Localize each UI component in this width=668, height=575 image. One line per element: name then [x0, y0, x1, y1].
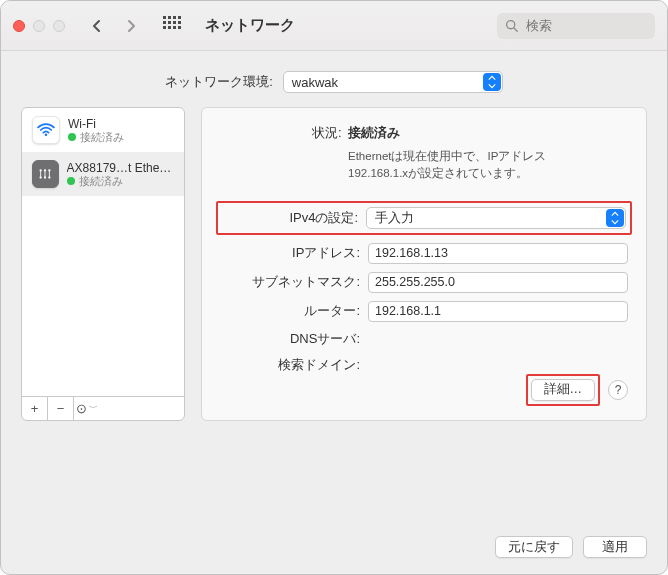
subnet-mask-label: サブネットマスク: — [220, 273, 360, 291]
router-input[interactable]: 192.168.1.1 — [368, 301, 628, 322]
router-row: ルーター: 192.168.1.1 — [220, 301, 628, 322]
window-footer: 元に戻す 適用 — [1, 524, 667, 574]
close-window-button[interactable] — [13, 20, 25, 32]
svg-point-4 — [44, 169, 46, 171]
wifi-icon — [32, 116, 60, 144]
titlebar: ネットワーク — [1, 1, 667, 51]
search-icon — [505, 19, 518, 32]
ipv4-config-value: 手入力 — [375, 209, 414, 227]
search-input[interactable] — [524, 17, 668, 34]
services-sidebar: Wi-Fi 接続済み — [21, 107, 185, 421]
dns-row: DNSサーバ: — [220, 330, 628, 348]
ip-address-row: IPアドレス: 192.168.1.13 — [220, 243, 628, 264]
window-controls — [13, 20, 65, 32]
add-service-button[interactable]: + — [22, 397, 48, 420]
dns-label: DNSサーバ: — [220, 330, 360, 348]
subnet-mask-row: サブネットマスク: 255.255.255.0 — [220, 272, 628, 293]
chevron-down-icon: ﹀ — [89, 402, 98, 415]
more-services-button[interactable]: ⊙﹀ — [74, 397, 100, 420]
network-location-value: wakwak — [292, 75, 338, 90]
status-label: 状況: — [312, 124, 342, 142]
status-dot-icon — [67, 177, 75, 185]
service-status: 接続済み — [67, 175, 174, 188]
svg-line-1 — [514, 28, 517, 31]
ipv4-config-label: IPv4の設定: — [222, 209, 358, 227]
select-stepper-icon — [483, 73, 501, 91]
service-item-wifi[interactable]: Wi-Fi 接続済み — [22, 108, 184, 152]
main-area: Wi-Fi 接続済み — [1, 107, 667, 437]
revert-button[interactable]: 元に戻す — [495, 536, 573, 558]
status-dot-icon — [68, 133, 76, 141]
network-location-label: ネットワーク環境: — [165, 73, 273, 91]
status-row: 状況: 接続済み — [220, 124, 628, 142]
panel-footer: 詳細… ? — [220, 374, 628, 406]
select-stepper-icon — [606, 209, 624, 227]
remove-service-button[interactable]: − — [48, 397, 74, 420]
forward-button[interactable] — [117, 14, 145, 38]
detail-panel: 状況: 接続済み Ethernetは現在使用中で、IPアドレス 192.168.… — [201, 107, 647, 421]
services-footer: + − ⊙﹀ — [22, 396, 184, 420]
svg-point-7 — [44, 176, 46, 178]
apply-button[interactable]: 適用 — [583, 536, 647, 558]
status-description: Ethernetは現在使用中で、IPアドレス 192.168.1.xが設定されて… — [220, 148, 628, 183]
service-name: AX88179…t Ethernet — [67, 161, 174, 175]
svg-point-8 — [49, 176, 51, 178]
back-button[interactable] — [83, 14, 111, 38]
subnet-mask-input[interactable]: 255.255.255.0 — [368, 272, 628, 293]
search-domain-row: 検索ドメイン: — [220, 356, 628, 374]
status-value: 接続済み — [348, 124, 400, 142]
help-button[interactable]: ? — [608, 380, 628, 400]
ip-address-label: IPアドレス: — [220, 244, 360, 262]
ipv4-config-row-highlight: IPv4の設定: 手入力 — [216, 201, 632, 235]
services-list: Wi-Fi 接続済み — [22, 108, 184, 396]
window-title: ネットワーク — [205, 16, 295, 35]
search-field[interactable] — [497, 13, 655, 39]
ethernet-icon — [32, 160, 59, 188]
advanced-button[interactable]: 詳細… — [531, 379, 596, 401]
ipv4-form: IPv4の設定: 手入力 IPアドレス: 192.168.1.13 サブネットマ… — [220, 201, 628, 374]
service-name: Wi-Fi — [68, 117, 124, 131]
service-item-ethernet[interactable]: AX88179…t Ethernet 接続済み — [22, 152, 184, 196]
prefs-window: ネットワーク ネットワーク環境: wakwak — [0, 0, 668, 575]
nav-arrows — [83, 14, 145, 38]
network-location-select[interactable]: wakwak — [283, 71, 503, 93]
ipv4-config-select[interactable]: 手入力 — [366, 207, 626, 229]
advanced-button-highlight: 詳細… — [526, 374, 601, 406]
ip-address-input[interactable]: 192.168.1.13 — [368, 243, 628, 264]
minimize-window-button[interactable] — [33, 20, 45, 32]
show-all-prefs-button[interactable] — [163, 16, 183, 36]
svg-point-3 — [40, 169, 42, 171]
zoom-window-button[interactable] — [53, 20, 65, 32]
network-location-row: ネットワーク環境: wakwak — [1, 51, 667, 107]
svg-point-6 — [40, 176, 42, 178]
svg-point-5 — [49, 169, 51, 171]
router-label: ルーター: — [220, 302, 360, 320]
search-domain-label: 検索ドメイン: — [220, 356, 360, 374]
svg-point-2 — [45, 134, 47, 136]
service-status: 接続済み — [68, 131, 124, 144]
